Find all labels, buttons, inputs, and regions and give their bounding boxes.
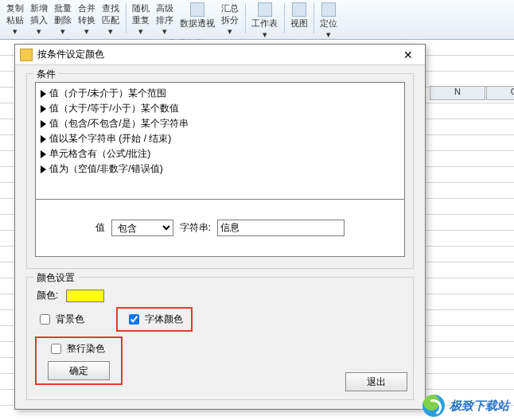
close-icon[interactable]: ✕	[396, 49, 420, 61]
ribbon-match[interactable]: 查找匹配 ▾	[99, 2, 123, 37]
font-color-checkbox-input[interactable]	[129, 314, 139, 325]
whole-row-checkbox[interactable]: 整行染色	[48, 341, 110, 356]
whole-row-checkbox-input[interactable]	[51, 344, 61, 354]
triangle-icon	[41, 135, 46, 143]
condition-item[interactable]: 值（介于/未介于）某个范围	[41, 86, 399, 101]
triangle-icon	[41, 90, 46, 98]
triangle-icon	[41, 165, 46, 173]
ok-button[interactable]: 确定	[48, 361, 110, 380]
triangle-icon	[41, 105, 46, 113]
string-input[interactable]	[217, 220, 345, 236]
triangle-icon	[41, 120, 46, 128]
font-color-checkbox[interactable]: 字体颜色	[126, 312, 183, 327]
condition-item[interactable]: 值以某个字符串 (开始 / 结束)	[41, 131, 399, 146]
watermark-icon	[422, 395, 445, 417]
background-checkbox-input[interactable]	[40, 314, 50, 325]
condition-legend: 条件	[33, 68, 59, 81]
condition-item[interactable]: 值（包含/不包含/是）某个字符串	[41, 116, 399, 131]
ribbon-worksheet[interactable]: 工作表 ▾	[248, 2, 281, 41]
ribbon-delete[interactable]: 批量删除 ▾	[51, 2, 75, 37]
col-header-n[interactable]: N	[430, 86, 485, 100]
ribbon-insert[interactable]: 新增插入 ▾	[27, 2, 51, 37]
string-label: 字符串:	[180, 221, 211, 235]
ribbon-sort[interactable]: 高级排序 ▾	[153, 2, 177, 37]
highlight-font-color: 字体颜色	[116, 307, 193, 332]
col-header-o[interactable]: O	[486, 86, 514, 100]
condition-item[interactable]: 值为（空值/非数字/错误值)	[41, 161, 399, 177]
ribbon-view[interactable]: 视图	[287, 2, 311, 30]
condition-item[interactable]: 单元格含有（公式/批注)	[41, 146, 399, 161]
ribbon-copy-paste[interactable]: 复制粘贴 ▾	[3, 2, 27, 37]
triangle-icon	[41, 150, 46, 158]
background-checkbox[interactable]: 背景色	[37, 312, 84, 327]
watermark: 极致下载站	[422, 395, 509, 417]
ribbon-locate[interactable]: 定位 ▾	[317, 2, 341, 41]
ribbon-convert[interactable]: 合并转换 ▾	[75, 2, 99, 37]
dialog-title: 按条件设定颜色	[37, 48, 396, 61]
watermark-text: 极致下载站	[450, 399, 509, 414]
dialog-titlebar[interactable]: 按条件设定颜色 ✕	[15, 45, 425, 65]
condition-list[interactable]: 值（介于/未介于）某个范围 值（大于/等于/小于）某个数值 值（包含/不包含/是…	[35, 82, 405, 200]
color-legend: 颜色设置	[33, 271, 78, 285]
ribbon-split[interactable]: 汇总拆分 ▾	[218, 2, 242, 37]
ribbon-pivot[interactable]: 数据透视	[177, 2, 218, 37]
value-label: 值	[95, 221, 105, 235]
condition-detail: 值 包含 字符串:	[35, 200, 405, 257]
condition-fieldset: 条件 值（介于/未介于）某个范围 值（大于/等于/小于）某个数值 值（包含/不包…	[26, 73, 414, 269]
highlight-ok: 整行染色 确定	[35, 336, 123, 385]
color-swatch[interactable]	[66, 290, 104, 302]
color-label: 颜色:	[37, 289, 58, 302]
ribbon: 复制粘贴 ▾ 新增插入 ▾ 批量删除 ▾ 合并转换 ▾ 查找匹配 ▾ 编辑 随机…	[0, 0, 514, 40]
exit-button[interactable]: 退出	[345, 372, 407, 391]
operator-select[interactable]: 包含	[111, 220, 173, 236]
ribbon-random[interactable]: 随机重复 ▾	[129, 2, 153, 37]
dialog-icon	[20, 49, 33, 61]
condition-item[interactable]: 值（大于/等于/小于）某个数值	[41, 101, 399, 116]
color-by-condition-dialog: 按条件设定颜色 ✕ 条件 值（介于/未介于）某个范围 值（大于/等于/小于）某个…	[14, 44, 426, 410]
